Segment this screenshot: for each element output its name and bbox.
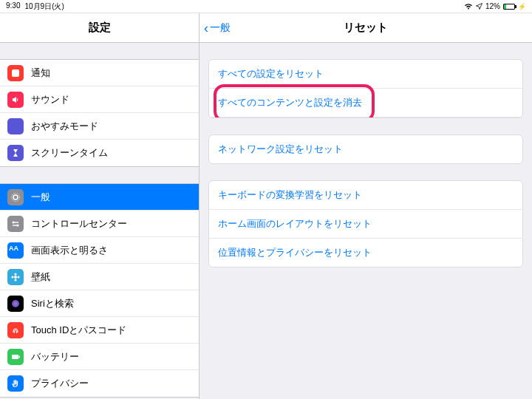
hand-icon (7, 375, 24, 392)
notify-icon (7, 65, 24, 81)
reset-option[interactable]: ネットワーク設定をリセット (209, 135, 522, 163)
sidebar-item-aa[interactable]: AA画面表示と明るさ (0, 237, 199, 264)
sidebar-item-sound[interactable]: サウンド (0, 86, 199, 113)
back-label: 一般 (210, 21, 231, 35)
sidebar-item-moon[interactable]: おやすみモード (0, 113, 199, 140)
reset-option[interactable]: すべての設定をリセット (209, 60, 522, 89)
sidebar-item-battery[interactable]: バッテリー (0, 344, 199, 370)
hourglass-icon (7, 145, 24, 161)
battery-percent: 12% (485, 2, 500, 10)
detail-pane: ‹ 一般 リセット すべての設定をリセットすべてのコンテンツと設定を消去ネットワ… (200, 13, 532, 399)
svg-point-12 (18, 276, 20, 278)
sidebar-item-hand[interactable]: プライバシー (0, 370, 199, 397)
sidebar-item-label: 壁紙 (31, 270, 191, 284)
location-icon (476, 3, 482, 10)
reset-option[interactable]: ホーム画面のレイアウトをリセット (209, 210, 522, 239)
status-bar: 9:30 10月9日(火) 12% ⚡ (0, 0, 532, 13)
svg-point-9 (15, 273, 17, 275)
reset-option[interactable]: すべてのコンテンツと設定を消去 (209, 89, 522, 117)
sidebar-item-hourglass[interactable]: スクリーンタイム (0, 140, 199, 166)
sidebar-item-label: スクリーンタイム (31, 146, 191, 160)
sidebar-item-notify[interactable]: 通知 (0, 60, 199, 86)
sidebar-item-label: コントロールセンター (31, 217, 191, 231)
sidebar-item-switches[interactable]: コントロールセンター (0, 211, 199, 237)
sound-icon (7, 92, 24, 108)
svg-point-2 (12, 193, 20, 201)
sidebar-item-label: 一般 (31, 191, 191, 204)
reset-option[interactable]: キーボードの変換学習をリセット (209, 181, 522, 210)
settings-sidebar: 設定 通知サウンドおやすみモードスクリーンタイム一般コントロールセンターAA画面… (0, 13, 200, 399)
touchid-icon (7, 322, 24, 338)
sidebar-item-label: サウンド (31, 93, 191, 106)
status-time: 9:30 (6, 1, 20, 12)
aa-icon: AA (7, 242, 24, 259)
sidebar-item-label: Touch IDとパスコード (31, 324, 191, 337)
sidebar-item-touchid[interactable]: Touch IDとパスコード (0, 317, 199, 344)
detail-title: リセット (344, 21, 388, 35)
svg-rect-15 (19, 355, 21, 358)
svg-rect-0 (12, 69, 19, 77)
chevron-left-icon: ‹ (204, 21, 208, 35)
sidebar-item-label: 画面表示と明るさ (31, 244, 191, 257)
sidebar-title: 設定 (0, 13, 199, 43)
svg-point-1 (13, 195, 18, 200)
svg-point-8 (14, 276, 17, 279)
svg-rect-14 (12, 355, 18, 359)
svg-point-13 (12, 300, 19, 307)
sidebar-item-label: プライバシー (31, 377, 191, 390)
svg-point-10 (15, 279, 17, 281)
sidebar-item-gear[interactable]: 一般 (0, 184, 199, 211)
sidebar-item-flower[interactable]: 壁紙 (0, 264, 199, 290)
svg-rect-4 (14, 222, 18, 222)
charging-icon: ⚡ (518, 3, 526, 10)
moon-icon (7, 118, 24, 134)
battery-icon (7, 349, 24, 365)
sidebar-item-label: おやすみモード (31, 120, 191, 133)
wifi-icon (464, 3, 473, 10)
battery-icon (503, 4, 515, 10)
sidebar-item-label: 通知 (31, 66, 191, 80)
siri-icon (7, 296, 24, 312)
svg-rect-6 (13, 225, 17, 225)
flower-icon (7, 269, 24, 285)
sidebar-item-siri[interactable]: Siriと検索 (0, 290, 199, 317)
reset-option[interactable]: 位置情報とプライバシーをリセット (209, 239, 522, 267)
switches-icon (7, 216, 24, 232)
status-date: 10月9日(火) (24, 1, 64, 12)
svg-point-11 (12, 276, 14, 278)
sidebar-item-label: バッテリー (31, 350, 191, 364)
gear-icon (7, 189, 24, 205)
back-button[interactable]: ‹ 一般 (204, 21, 231, 35)
sidebar-item-label: Siriと検索 (31, 297, 191, 310)
svg-text:AA: AA (9, 245, 18, 252)
